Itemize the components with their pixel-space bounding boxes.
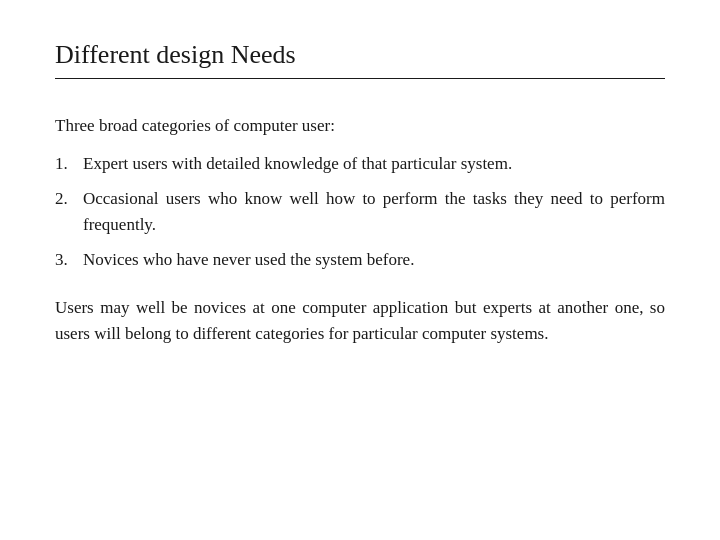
- closing-paragraph: Users may well be novices at one compute…: [55, 295, 665, 348]
- list-text-3: Novices who have never used the system b…: [83, 247, 665, 273]
- list-number-2: 2.: [55, 186, 83, 237]
- slide-container: Different design Needs Three broad categ…: [0, 0, 720, 540]
- list-number-3: 3.: [55, 247, 83, 273]
- list-item: 1. Expert users with detailed knowledge …: [55, 151, 665, 177]
- content-section: Three broad categories of computer user:…: [55, 97, 665, 347]
- title-section: Different design Needs: [55, 40, 665, 79]
- title-divider: [55, 78, 665, 79]
- list-text-2: Occasional users who know well how to pe…: [83, 186, 665, 237]
- intro-text: Three broad categories of computer user:: [55, 113, 665, 139]
- page-title: Different design Needs: [55, 40, 665, 70]
- list-item: 2. Occasional users who know well how to…: [55, 186, 665, 237]
- list-text-1: Expert users with detailed knowledge of …: [83, 151, 665, 177]
- list-item: 3. Novices who have never used the syste…: [55, 247, 665, 273]
- list-number-1: 1.: [55, 151, 83, 177]
